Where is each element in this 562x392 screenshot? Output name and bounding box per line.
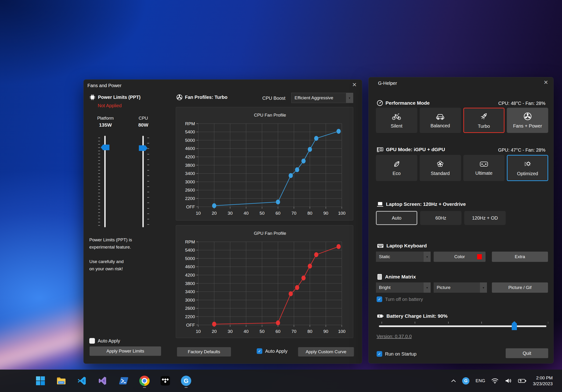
cpu-boost-select[interactable]: Efficient Aggressive ▾ (291, 93, 353, 103)
color-swatch[interactable] (477, 254, 482, 259)
power-limits-note-1: Power Limits (PPT) is experimental featu… (89, 236, 132, 251)
chevron-down-icon[interactable]: ▾ (424, 252, 431, 262)
close-icon[interactable]: ✕ (352, 82, 357, 88)
keyboard-color-button[interactable]: Color (434, 252, 486, 262)
chevron-down-icon[interactable]: ▾ (424, 282, 431, 293)
g-helper-title: G-Helper (378, 81, 397, 86)
svg-text:70: 70 (292, 211, 296, 216)
gpu-mode-optimized-button[interactable]: Optimized (507, 155, 548, 181)
tray-chevron-up-icon[interactable] (451, 379, 456, 383)
screen-60hz-button[interactable]: 60Hz (420, 211, 461, 225)
svg-text:3000: 3000 (185, 179, 195, 184)
screen-auto-button[interactable]: Auto (376, 211, 417, 225)
svg-text:40: 40 (244, 211, 248, 216)
curve-auto-apply-checkbox[interactable]: ✓ (257, 348, 262, 354)
perf-mode-turbo-button[interactable]: Turbo (463, 108, 505, 133)
cpu-slider-ticks (147, 138, 149, 226)
fans-and-power-window: Fans and Power ✕ Power Limits (PPT) Not … (83, 79, 362, 364)
svg-text:3400: 3400 (185, 289, 195, 294)
apply-custom-curve-button[interactable]: Apply Custom Curve (298, 347, 354, 357)
svg-text:OFF: OFF (186, 323, 195, 327)
perf-mode-silent-button[interactable]: Silent (376, 108, 417, 133)
battery-icon[interactable] (518, 378, 527, 384)
matrix-brightness-select[interactable]: Bright ▾ (376, 282, 431, 293)
run-on-startup-label: Run on Startup (385, 351, 417, 357)
power-limits-status: Not Applied (98, 103, 122, 108)
close-icon[interactable]: ✕ (544, 80, 548, 85)
turn-off-on-battery-checkbox[interactable]: ✓ (377, 296, 382, 302)
battery-slider-track[interactable] (379, 325, 546, 327)
svg-text:RPM: RPM (185, 121, 195, 126)
running-indicator (143, 387, 146, 388)
cpu-fan-chart[interactable]: CPU Fan ProfileRPM5400500046004200380034… (176, 107, 353, 221)
platform-slider-thumb[interactable] (101, 145, 109, 150)
quit-button[interactable]: Quit (506, 348, 548, 358)
keyboard-backlight-select[interactable]: Static ▾ (376, 252, 431, 262)
power-auto-apply-checkbox[interactable]: ✓ (89, 338, 95, 344)
svg-text:2600: 2600 (185, 188, 195, 192)
svg-text:5000: 5000 (185, 138, 195, 143)
gpu-card-icon (377, 146, 384, 153)
start-button[interactable] (35, 375, 46, 386)
svg-text:4200: 4200 (185, 154, 195, 159)
matrix-picture-gif-button[interactable]: Picture / Gif (492, 282, 548, 293)
g-helper-taskbar-button[interactable]: G (181, 375, 191, 386)
svg-text:50: 50 (259, 329, 264, 334)
svg-text:3800: 3800 (185, 163, 195, 168)
speedometer-icon (377, 100, 383, 106)
laptop-keyboard-heading: Laptop Keyboard (377, 243, 427, 249)
svg-text:20: 20 (212, 211, 217, 216)
cpu-boost-label: CPU Boost (262, 96, 285, 101)
taskbar-clock[interactable]: 2:00 PM 3/23/2023 (533, 375, 553, 387)
windows-start-icon (35, 376, 46, 386)
visual-studio-button[interactable] (97, 375, 108, 386)
taskbar-app-icons: G (35, 375, 191, 386)
file-explorer-button[interactable] (56, 375, 67, 386)
battery-charge-heading: Battery Charge Limit: 90% (377, 313, 447, 319)
svg-text:4600: 4600 (185, 146, 195, 151)
factory-defaults-button[interactable]: Factory Defaults (177, 347, 231, 357)
vscode-button[interactable] (77, 375, 87, 386)
svg-text:10: 10 (196, 329, 200, 334)
laptop-screen-buttons: Auto 60Hz 120Hz + OD (376, 211, 506, 225)
powershell-button[interactable] (118, 375, 129, 386)
curve-auto-apply-label: Auto Apply (265, 348, 288, 354)
svg-text:CPU Fan Profile: CPU Fan Profile (254, 112, 286, 118)
gpu-mode-heading: GPU Mode: iGPU + dGPU (377, 146, 445, 153)
svg-text:80: 80 (307, 211, 312, 216)
g-helper-tray-icon[interactable]: G (462, 377, 469, 384)
svg-text:20: 20 (212, 329, 217, 334)
laptop-screen-heading: Laptop Screen: 120Hz + Overdrive (377, 201, 466, 207)
screen-120hz-od-button[interactable]: 120Hz + OD (464, 211, 506, 225)
gpu-fan-chart[interactable]: GPU Fan ProfileRPM5400500046004200380034… (176, 225, 353, 338)
power-auto-apply-row: ✓ Auto Apply (89, 338, 120, 344)
gpu-mode-standard-button[interactable]: Standard (420, 155, 461, 181)
svg-text:5000: 5000 (185, 256, 195, 261)
svg-text:30: 30 (228, 329, 233, 334)
gpu-mode-eco-button[interactable]: Eco (376, 155, 417, 181)
chevron-down-icon[interactable]: ▾ (346, 93, 353, 103)
run-on-startup-checkbox[interactable]: ✓ (377, 351, 382, 357)
perf-mode-balanced-button[interactable]: Balanced (420, 108, 461, 133)
svg-text:4200: 4200 (185, 273, 195, 278)
platform-slider-ticks (98, 138, 100, 226)
gpu-mode-ultimate-button[interactable]: Ultimate (463, 155, 505, 181)
turn-off-on-battery-label: Turn off on battery (385, 297, 423, 302)
tidal-button[interactable] (160, 375, 171, 386)
svg-text:2600: 2600 (185, 306, 195, 311)
chrome-button[interactable] (139, 375, 150, 386)
svg-text:10: 10 (196, 211, 200, 216)
running-indicator (185, 387, 188, 388)
language-indicator[interactable]: ENG (476, 378, 485, 383)
power-auto-apply-label: Auto Apply (98, 338, 120, 344)
keyboard-extra-button[interactable]: Extra (492, 252, 548, 262)
cpu-slider-thumb[interactable] (139, 145, 148, 151)
matrix-running-select[interactable]: Picture ▾ (434, 282, 487, 293)
volume-icon[interactable] (505, 378, 512, 384)
version-link[interactable]: Version: 0.37.0.0 (377, 334, 412, 339)
perf-mode-fans-power-button[interactable]: Fans + Power (507, 108, 548, 133)
chevron-down-icon[interactable]: ▾ (480, 282, 487, 293)
car-icon (435, 112, 445, 120)
wifi-icon[interactable] (491, 378, 499, 384)
apply-power-limits-button[interactable]: Apply Power Limits (90, 347, 161, 356)
